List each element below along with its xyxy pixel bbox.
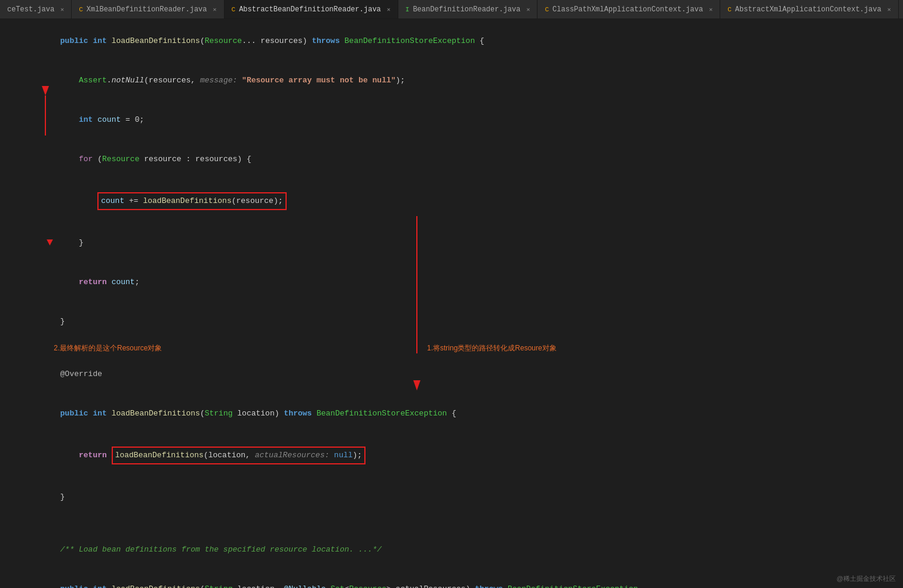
tab-file-icon: I [406,6,410,13]
tab-classpathxml[interactable]: C ClassPathXmlApplicationContext.java ✕ [538,0,720,19]
tab-close-icon[interactable]: ✕ [387,6,391,13]
tab-close-icon[interactable]: ✕ [887,6,891,13]
tab-label: XmlBeanDefinitionReader.java [87,5,207,14]
tab-file-icon: C [232,6,236,13]
code-line: public int loadBeanDefinitions(Resource.… [0,21,903,61]
watermark: @稀土掘金技术社区 [837,574,896,583]
tab-file-icon: C [79,6,83,13]
code-line: public int loadBeanDefinitions(String lo… [0,569,903,588]
tab-label: AbstractXmlApplicationContext.java [735,5,882,14]
tab-cetest[interactable]: ceTest.java ✕ [0,0,72,19]
tab-label: ceTest.java [7,5,54,14]
code-editor[interactable]: public int loadBeanDefinitions(Resource.… [0,19,903,588]
annotation-1: 2.最终解析的是这个Resource对象 [0,341,903,355]
tab-label: BeanDefinitionReader.java [413,5,520,14]
tab-bar: ceTest.java ✕ C XmlBeanDefinitionReader.… [0,0,903,19]
tab-label: ClassPathXmlApplicationContext.java [552,5,703,14]
code-line: } [0,223,903,263]
tab-abstractbean[interactable]: C AbstractBeanDefinitionReader.java ✕ [225,0,398,19]
code-line: return count; [0,263,903,302]
code-line: for (Resource resource : resources) { [0,140,903,179]
code-line: /** Load bean definitions from the speci… [0,530,903,569]
code-line: return loadBeanDefinitions(location, act… [0,433,903,478]
code-line: Assert.notNull(resources, message: "Reso… [0,61,903,100]
code-line [0,517,903,530]
code-line: @Override [0,355,903,394]
tab-abstractxml[interactable]: C AbstractXmlApplicationContext.java ✕ [720,0,898,19]
tab-close-icon[interactable]: ✕ [60,6,64,13]
tab-file-icon: C [727,6,732,13]
code-line: public int loadBeanDefinitions(String lo… [0,394,903,433]
code-line: count += loadBeanDefinitions(resource); [0,179,903,223]
tab-beandef[interactable]: I BeanDefinitionReader.java ✕ [398,0,538,19]
code-line: } [0,478,903,517]
tab-label: AbstractBeanDefinitionReader.java [239,5,381,14]
tab-close-icon[interactable]: ✕ [213,6,217,13]
code-line: int count = 0; [0,100,903,140]
tab-close-icon[interactable]: ✕ [526,6,530,13]
code-line: } [0,302,903,341]
tab-file-icon: C [545,6,549,13]
tab-xmlbean[interactable]: C XmlBeanDefinitionReader.java ✕ [72,0,224,19]
tab-close-icon[interactable]: ✕ [709,6,712,13]
